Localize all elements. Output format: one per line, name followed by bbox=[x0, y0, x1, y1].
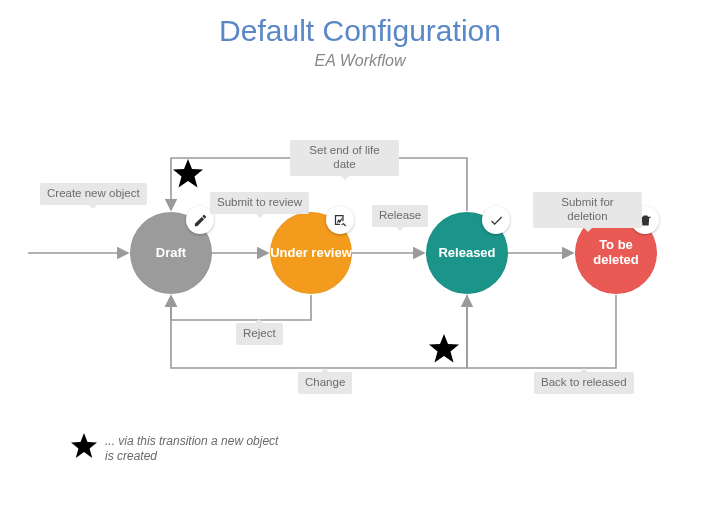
transition-release: Release bbox=[372, 205, 428, 227]
state-under-review: Under review bbox=[270, 212, 352, 294]
transition-change: Change bbox=[298, 372, 352, 394]
transition-reject: Reject bbox=[236, 323, 283, 345]
chart-check-icon bbox=[326, 206, 354, 234]
transition-back-to-released: Back to released bbox=[534, 372, 634, 394]
state-draft-label: Draft bbox=[156, 246, 186, 261]
state-to-be-deleted-label: To be deleted bbox=[575, 238, 657, 268]
state-under-review-label: Under review bbox=[270, 246, 352, 261]
check-icon bbox=[482, 206, 510, 234]
state-released-label: Released bbox=[438, 246, 495, 261]
state-released: Released bbox=[426, 212, 508, 294]
transition-submit-for-deletion: Submit for deletion bbox=[533, 192, 642, 228]
star-icon bbox=[428, 333, 460, 365]
star-icon bbox=[70, 432, 98, 460]
transition-submit-to-review: Submit to review bbox=[210, 192, 309, 214]
state-draft: Draft bbox=[130, 212, 212, 294]
transition-set-end-of-life-date: Set end of life date bbox=[290, 140, 399, 176]
star-icon bbox=[172, 158, 204, 190]
transition-create-new-object: Create new object bbox=[40, 183, 147, 205]
legend-text: ... via this transition a new object is … bbox=[105, 434, 285, 464]
